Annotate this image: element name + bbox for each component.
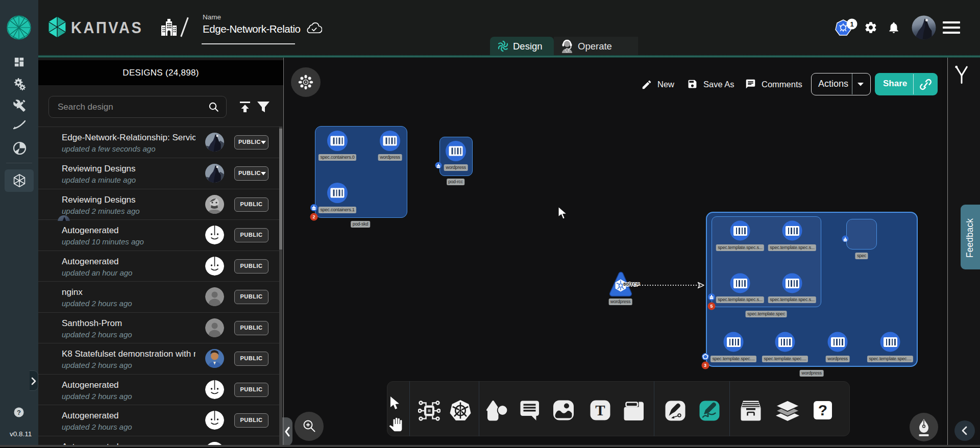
svg-text:?: ? xyxy=(17,409,21,416)
